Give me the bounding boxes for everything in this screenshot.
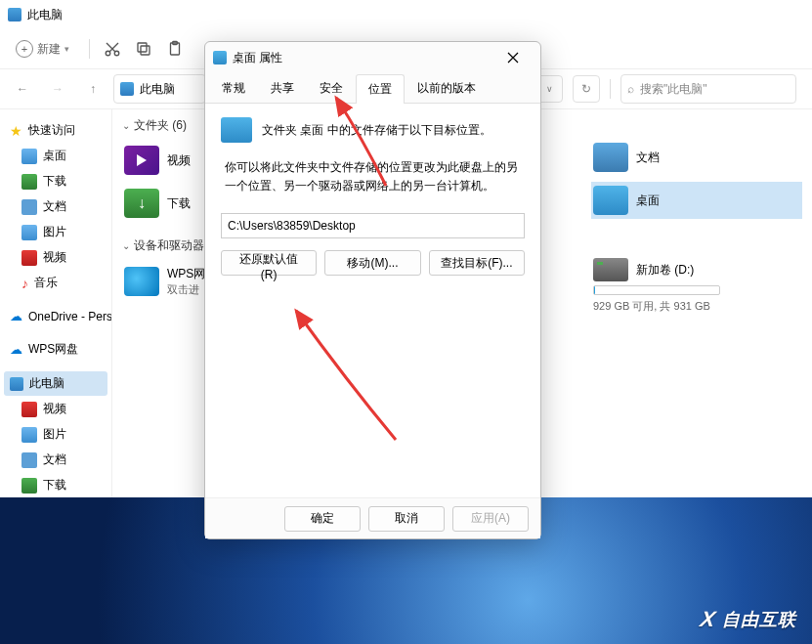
tab-label: 安全 [320,81,343,95]
wps-icon: ☁ [10,342,22,357]
tab-label: 以前的版本 [417,81,476,95]
ok-button[interactable]: 确定 [284,506,361,532]
explorer-title: 此电脑 [27,7,63,23]
music-icon: ♪ [21,276,28,291]
apply-button[interactable]: 应用(A) [452,506,529,532]
star-icon: ★ [10,123,22,139]
sidebar-label: OneDrive - Pers [28,310,112,323]
download-icon [21,174,37,190]
forward-button[interactable]: → [43,74,72,104]
desktop-folder-icon [593,186,628,215]
dialog-body: 文件夹 桌面 中的文件存储于以下目标位置。 你可以将此文件夹中文件存储的位置更改… [205,104,540,497]
sidebar-label: 下载 [43,173,66,190]
folder-documents[interactable]: 文档 [591,139,802,176]
desktop-folder-icon [221,117,252,143]
dialog-footer: 确定 取消 应用(A) [205,497,540,538]
sidebar-item-thispc[interactable]: 此电脑 [4,371,107,396]
sidebar-item-quickaccess[interactable]: ★快速访问 [4,118,107,143]
sidebar-label: 文档 [43,198,66,215]
sidebar-item-downloads[interactable]: 下载 [4,169,107,193]
cancel-button[interactable]: 取消 [368,506,445,532]
folder-label: 下载 [167,195,191,212]
refresh-button[interactable]: ↻ [573,75,600,103]
dialog-tabs: 常规 共享 安全 位置 以前的版本 [205,73,540,104]
video-icon [21,250,37,266]
info-text: 文件夹 桌面 中的文件存储于以下目标位置。 [262,122,491,139]
tab-sharing[interactable]: 共享 [258,73,307,103]
pictures-icon [21,427,37,443]
paste-icon[interactable] [166,40,184,58]
folder-label: 视频 [167,152,191,169]
drive-label: 新加卷 (D:) [636,262,694,279]
wps-label: WPS网 [167,266,205,282]
watermark-text: 自由互联 [722,608,796,631]
sidebar-item-documents[interactable]: 文档 [4,194,107,219]
tab-previous[interactable]: 以前的版本 [405,73,489,103]
search-icon: ⌕ [627,82,634,96]
sidebar-item-downloads2[interactable]: 下载 [4,473,107,497]
divider [610,79,611,99]
tab-label: 位置 [368,82,392,96]
watermark: X 自由互联 [701,607,796,632]
back-button[interactable]: ← [8,74,37,104]
tab-security[interactable]: 安全 [307,73,356,103]
breadcrumb[interactable]: 此电脑 [113,74,206,104]
wps-sub: 双击进 [167,282,205,297]
sidebar-label: 此电脑 [29,375,64,392]
sidebar-label: 快速访问 [28,122,75,139]
download-folder-icon [124,189,159,218]
disk-icon [593,258,628,281]
sidebar-item-onedrive[interactable]: ☁OneDrive - Pers [4,305,107,327]
dialog-icon [213,51,227,64]
path-input[interactable] [221,213,525,238]
cut-icon[interactable] [104,40,121,58]
section-label: 设备和驱动器 [134,237,204,254]
sidebar-item-pictures2[interactable]: 图片 [4,422,107,447]
search-input[interactable]: ⌕ 搜索"此电脑" [620,74,796,104]
wps-cloud-icon [124,267,159,296]
explorer-titlebar: 此电脑 [0,0,812,29]
new-button[interactable]: + 新建 ▾ [10,36,75,62]
sidebar-item-documents2[interactable]: 文档 [4,448,107,472]
sidebar-item-music[interactable]: ♪音乐 [4,271,107,295]
sidebar-item-desktop[interactable]: 桌面 [4,144,107,168]
up-button[interactable]: ↑ [78,74,107,104]
tab-general[interactable]: 常规 [209,73,258,103]
video-icon [21,402,37,417]
breadcrumb-text: 此电脑 [140,81,175,98]
folder-icon [21,149,37,164]
svg-rect-3 [138,43,147,52]
drive-d[interactable]: 新加卷 (D:) 929 GB 可用, 共 931 GB [591,254,802,318]
pictures-icon [21,225,37,240]
pc-icon [120,82,134,96]
folder-desktop[interactable]: 桌面 [591,182,802,219]
find-target-button[interactable]: 查找目标(F)... [429,250,525,276]
documents-folder-icon [593,143,628,172]
move-button[interactable]: 移动(M)... [324,250,420,276]
download-icon [21,478,37,494]
close-button[interactable] [493,43,533,72]
sidebar-item-videos[interactable]: 视频 [4,245,107,270]
drive-sub: 929 GB 可用, 共 931 GB [593,299,800,314]
sidebar-item-wps[interactable]: ☁WPS网盘 [4,337,107,362]
search-placeholder: 搜索"此电脑" [640,81,707,98]
pc-icon [10,377,23,391]
properties-dialog: 桌面 属性 常规 共享 安全 位置 以前的版本 文件夹 桌面 中的文件存储于以下… [204,41,541,539]
sidebar-label: 图片 [43,224,66,240]
section-label: 文件夹 (6) [134,117,187,134]
pc-icon [8,8,21,21]
chevron-down-icon: ⌄ [122,240,130,251]
dialog-titlebar[interactable]: 桌面 属性 [205,42,540,73]
copy-icon[interactable] [135,40,152,58]
cloud-icon: ☁ [10,309,22,323]
sidebar-label: 音乐 [34,275,58,291]
sidebar-item-videos2[interactable]: 视频 [4,397,107,421]
drive-usage-bar [593,285,720,295]
restore-default-button[interactable]: 还原默认值(R) [221,250,317,276]
folder-label: 桌面 [636,193,660,209]
sidebar-label: 视频 [43,401,66,417]
document-icon [21,452,37,468]
sidebar-item-pictures[interactable]: 图片 [4,220,107,244]
tab-location[interactable]: 位置 [356,74,405,104]
new-label: 新建 [37,41,61,58]
